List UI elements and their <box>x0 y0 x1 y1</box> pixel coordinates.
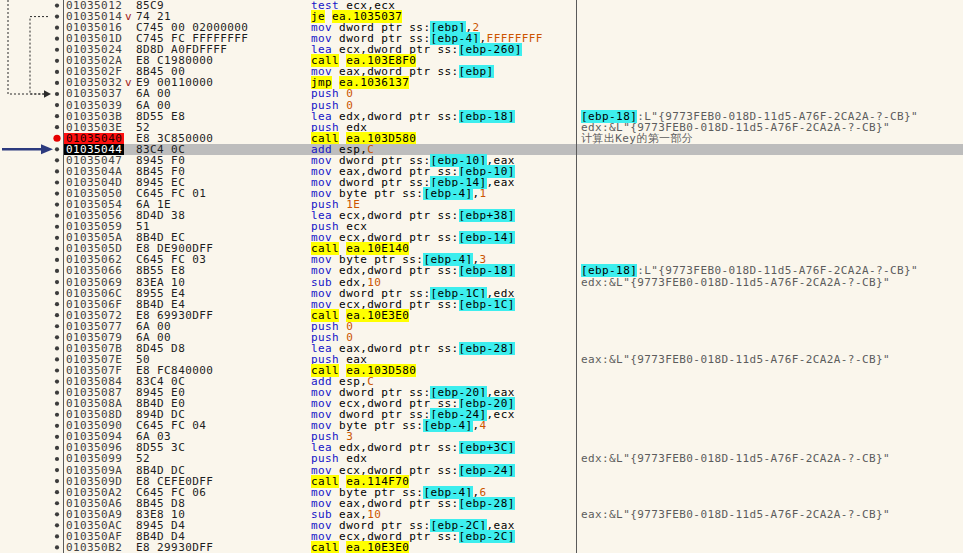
token-num: 4 <box>480 419 487 432</box>
bytes-cell: 8B4D E4 <box>136 299 185 310</box>
address-cell: 0103506C <box>64 288 124 299</box>
token-mem: [ebp+3C] <box>459 441 515 454</box>
table-row[interactable]: 010350376A 00push 0 <box>0 88 963 99</box>
address-cell: 01035099 <box>64 453 124 464</box>
bytes-cell: 8955 E4 <box>136 288 185 299</box>
address-cell: 01035066 <box>64 265 124 276</box>
bytes-cell: 8B4D DC <box>136 465 185 476</box>
address-cell: 010350B2 <box>64 542 124 553</box>
table-row[interactable]: 0103506C8955 E4mov dword ptr ss:[ebp-1C]… <box>0 288 963 299</box>
address-cell: 01035037 <box>64 88 124 99</box>
token-mem: [ebp+38] <box>459 209 515 222</box>
bytes-cell: 8B55 E8 <box>136 265 185 276</box>
bytes-cell: C645 FC 06 <box>136 487 206 498</box>
token-num: 1 <box>480 187 487 200</box>
bytes-cell: 8D55 E8 <box>136 111 185 122</box>
disassembly-cell: call ea.10E3E0 <box>311 542 409 553</box>
comment-cell: edx:&L"{9773FEB0-018D-11d5-A76F-2CA2A-?-… <box>581 453 890 464</box>
token-plain: ,eax <box>487 176 515 189</box>
table-row[interactable]: 010350B2E8 29930DFFcall ea.10E3E0 <box>0 542 963 553</box>
token-mem: [ebp-1C] <box>459 298 515 311</box>
address-cell: 010350A2 <box>64 487 124 498</box>
token-mem: [ebp] <box>459 65 494 78</box>
address-cell: 01035039 <box>64 100 124 111</box>
bytes-cell: 6A 00 <box>136 88 171 99</box>
bytes-cell: E8 CEFE0DFF <box>136 476 213 487</box>
token-plain: eax:&L"{9773FEB0-018D-11d5-A76F-2CA2A-?-… <box>581 508 890 521</box>
bytes-cell: 6A 00 <box>136 100 171 111</box>
token-mem: [ebp-260] <box>459 43 522 56</box>
table-row[interactable]: 010350A2C645 FC 06mov byte ptr ss:[ebp-4… <box>0 487 963 498</box>
token-mem: [ebp-28] <box>459 497 515 510</box>
token-mem: [ebp-14] <box>459 231 515 244</box>
comment-cell: eax:&L"{9773FEB0-018D-11d5-A76F-2CA2A-?-… <box>581 354 890 365</box>
token-mem: [ebp-24] <box>459 464 515 477</box>
comment-cell: eax:&L"{9773FEB0-018D-11d5-A76F-2CA2A-?-… <box>581 509 890 520</box>
token-plain: 计算出Key的第一部分 <box>581 132 693 145</box>
token-flow: ea.10E3E0 <box>346 309 409 322</box>
column-separator-comment <box>576 0 577 553</box>
comment-cell: edx:&L"{9773FEB0-018D-11d5-A76F-2CA2A-?-… <box>581 277 890 288</box>
disassembly-view: 0103501285C9test ecx,ecx01035014v74 21je… <box>0 0 963 553</box>
token-mem: [ebp-18] <box>459 110 515 123</box>
comment-cell: 计算出Key的第一部分 <box>581 133 693 144</box>
table-row[interactable]: 0103506983EA 10sub edx,10edx:&L"{9773FEB… <box>0 277 963 288</box>
bytes-cell: 52 <box>136 453 150 464</box>
token-flow: ea.10E3E0 <box>346 541 409 553</box>
bytes-cell: 83EA 10 <box>136 277 185 288</box>
jump-direction-marker: v <box>125 11 136 22</box>
address-cell: 0103509D <box>64 476 124 487</box>
token-plain: , <box>473 187 480 200</box>
bytes-cell: E8 29930DFF <box>136 542 213 553</box>
token-plain: , <box>473 419 480 432</box>
jump-direction-marker: v <box>125 77 136 88</box>
token-mem: [ebp-4] <box>423 187 472 200</box>
address-cell: 01035069 <box>64 277 124 288</box>
token-mem: [ebp-18] <box>459 264 515 277</box>
address-cell: 0103509A <box>64 465 124 476</box>
column-separator-gutter <box>63 0 64 553</box>
address-cell: 0103506F <box>64 299 124 310</box>
token-plain: ,ecx <box>487 408 515 421</box>
disassembly-rows: 0103501285C9test ecx,ecx01035014v74 21je… <box>0 0 963 553</box>
address-cell: 0103503B <box>64 111 124 122</box>
token-mem: [ebp-4] <box>423 419 472 432</box>
table-row[interactable]: 0103509952push edxedx:&L"{9773FEB0-018D-… <box>0 453 963 464</box>
token-mem: [ebp-28] <box>459 342 515 355</box>
token-plain: edx:&L"{9773FEB0-018D-11d5-A76F-2CA2A-?-… <box>581 452 890 465</box>
table-row[interactable]: 0103509A8B4D DCmov ecx,dword ptr ss:[ebp… <box>0 465 963 476</box>
token-plain: eax:&L"{9773FEB0-018D-11d5-A76F-2CA2A-?-… <box>581 353 890 366</box>
token-mem: [ebp-2C] <box>459 530 515 543</box>
table-row[interactable]: 0103506F8B4D E4mov ecx,dword ptr ss:[ebp… <box>0 299 963 310</box>
token-flow: call <box>311 541 339 553</box>
token-plain: edx:&L"{9773FEB0-018D-11d5-A76F-2CA2A-?-… <box>581 276 890 289</box>
